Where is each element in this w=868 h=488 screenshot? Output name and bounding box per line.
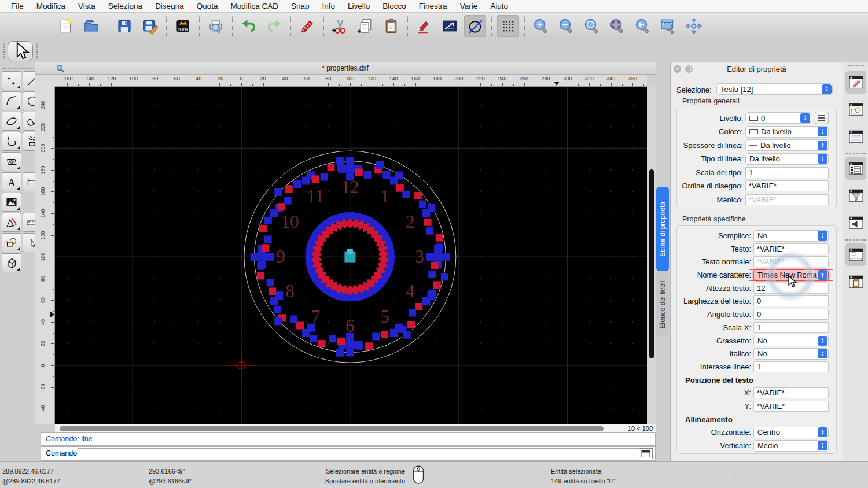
menu-info[interactable]: Info — [316, 0, 342, 13]
menu-livello[interactable]: Livello — [341, 0, 376, 13]
tool-blocks-button[interactable] — [2, 233, 21, 252]
tool-modify-button[interactable] — [2, 213, 21, 232]
menu-vista[interactable]: Vista — [72, 0, 102, 13]
toolbar-cut-button[interactable] — [329, 15, 351, 37]
toolbar-open-folder-button[interactable] — [80, 15, 102, 37]
toolbar-zoom-out-button[interactable] — [556, 15, 578, 37]
field-y-input[interactable]: *VARIE* — [753, 401, 829, 412]
toolbar-snap-grid-button[interactable] — [497, 15, 519, 37]
menu-modifica[interactable]: Modifica — [30, 0, 72, 13]
field-scala-x-input[interactable]: 1 — [753, 322, 829, 333]
toolbar-distance-point-button[interactable] — [439, 15, 461, 37]
field-semplice-combo[interactable]: No▲▼ — [753, 230, 829, 242]
vertical-scrollbar[interactable] — [647, 87, 656, 424]
menu-file[interactable]: File — [5, 0, 30, 13]
toolbar-copy-button[interactable] — [355, 15, 377, 37]
dock-clipboard-widget-button[interactable] — [845, 270, 866, 293]
toolbar-paste-button[interactable] — [380, 15, 402, 37]
toolbar-undo-button[interactable] — [238, 15, 260, 37]
tool-image-button[interactable] — [2, 193, 21, 212]
dock-drag-handle[interactable] — [848, 65, 864, 66]
field-nome-carattere-combo[interactable]: Times New Roma▲▼ — [753, 269, 829, 281]
menu-varie[interactable]: Varie — [454, 0, 484, 13]
toolbar-svg-export-button[interactable]: SVG — [172, 15, 194, 37]
menu-finestra[interactable]: Finestra — [413, 0, 454, 13]
toolbar-delete-entity-button[interactable] — [296, 15, 318, 37]
menu-disegna[interactable]: Disegna — [149, 0, 190, 13]
field-colore-combo[interactable]: Da livello▲▼ — [745, 126, 829, 138]
tool-arc-button[interactable] — [2, 91, 21, 110]
dock-pen-widget-button[interactable] — [845, 71, 866, 94]
toolbar-circle-tool-button[interactable] — [464, 15, 486, 37]
svg-text:2: 2 — [406, 212, 415, 232]
field-spessore-di-linea-combo[interactable]: Da livello▲▼ — [745, 139, 829, 151]
tool-ellipse-button[interactable] — [2, 112, 21, 131]
toolbar-save-button[interactable] — [113, 15, 135, 37]
toolbar-zoom-previous-button[interactable] — [632, 15, 654, 37]
vertical-scrollbar-thumb[interactable] — [649, 169, 654, 358]
toolbar-save-as-button[interactable] — [139, 15, 161, 37]
tool-hatch-button[interactable] — [2, 152, 21, 171]
field-italico-combo[interactable]: No▲▼ — [753, 348, 829, 360]
command-detach-button[interactable] — [639, 448, 653, 459]
toolbar-edit-attributes-button[interactable] — [413, 15, 435, 37]
tab-layer-list[interactable]: Elenco dei livelli — [656, 271, 669, 337]
menu-quota[interactable]: Quota — [190, 0, 225, 13]
dock-command-widget-button[interactable] — [845, 243, 866, 266]
selection-combo[interactable]: Testo [12] ▲▼ — [716, 83, 833, 95]
field-scala-del-tipo-input[interactable]: 1 — [745, 167, 829, 178]
toolbar-redo-button[interactable] — [263, 15, 285, 37]
dock-filter-widget-button[interactable] — [845, 184, 866, 207]
select-tool-button[interactable] — [8, 41, 33, 61]
toolbar-zoom-in-button[interactable] — [530, 15, 552, 37]
toolbar-zoom-auto-button[interactable] — [581, 15, 603, 37]
tab-property-editor[interactable]: Editor di proprietà — [656, 187, 669, 271]
dock-blank-widget-button[interactable] — [845, 125, 866, 148]
menu-blocco[interactable]: Blocco — [376, 0, 413, 13]
toolbar-print-preview-button[interactable] — [205, 15, 227, 37]
field-x-input[interactable]: *VARIE* — [753, 387, 829, 398]
dock-shapes-widget-button[interactable] — [845, 98, 866, 121]
horizontal-scrollbar[interactable]: 10 < 100 — [55, 424, 656, 432]
toolbar-zoom-pan-button[interactable] — [683, 15, 705, 37]
tool-text-button[interactable]: A — [2, 172, 21, 191]
coordinate-display: 289.8922,46.6177@289.8922,46.6177 — [2, 467, 60, 486]
v-ruler-tick — [51, 191, 54, 192]
horizontal-scrollbar-thumb[interactable] — [60, 426, 604, 431]
field-verticale-combo[interactable]: Medio▲▼ — [753, 440, 829, 452]
field-tipo-di-linea-combo[interactable]: Da livello▲▼ — [745, 153, 829, 165]
h-ruler-tick — [165, 84, 165, 86]
command-history-label: Comando: — [46, 435, 79, 443]
field-interasse-linee-input[interactable]: 1 — [753, 361, 829, 372]
layer-menu-button[interactable] — [815, 112, 829, 124]
toolbar-zoom-selected-button[interactable] — [606, 15, 628, 37]
command-input[interactable] — [78, 448, 639, 459]
field-livello-combo[interactable]: 0▲▼ — [745, 112, 811, 124]
drawing-canvas[interactable]: 121234567891011 — [55, 87, 647, 424]
dock-sound-widget-button[interactable] — [845, 211, 866, 234]
field-testo-input[interactable]: *VARIE* — [753, 243, 829, 254]
v-ruler-tick — [53, 94, 54, 94]
dock-list-widget-button[interactable] — [845, 157, 866, 180]
field-orizzontale-combo[interactable]: Centro▲▼ — [753, 427, 829, 438]
toolbar-zoom-window-button[interactable] — [657, 15, 679, 37]
field-angolo-testo-input[interactable]: 0 — [753, 309, 829, 320]
tool-points-button[interactable] — [2, 71, 21, 90]
palette-drag-handle[interactable] — [36, 43, 38, 59]
combo-spinner-icon: ▲▼ — [818, 127, 827, 136]
field-altezza-testo-input[interactable]: 12 — [753, 283, 829, 294]
tool-box3d-button[interactable] — [2, 253, 21, 272]
menu-seleziona[interactable]: Seleziona — [102, 0, 149, 13]
toolbar-new-file-button[interactable] — [55, 15, 77, 37]
field-ordine-di-disegno-input[interactable]: *VARIE* — [745, 180, 829, 191]
field-larghezza-del-testo-input[interactable]: 0 — [753, 295, 829, 306]
property-row: Angolo testo:0 — [677, 309, 829, 320]
field-grassetto-combo[interactable]: No▲▼ — [753, 335, 829, 346]
menu-aiuto[interactable]: Aiuto — [484, 0, 514, 13]
tool-polyline-button[interactable] — [2, 132, 21, 151]
menu-snap[interactable]: Snap — [285, 0, 316, 13]
menu-modifica-cad[interactable]: Modifica CAD — [224, 0, 285, 13]
document-title-bar[interactable]: * properties.dxf — [35, 62, 656, 75]
v-ruler-tick — [53, 289, 54, 290]
palette-drag-handle[interactable] — [3, 43, 5, 59]
